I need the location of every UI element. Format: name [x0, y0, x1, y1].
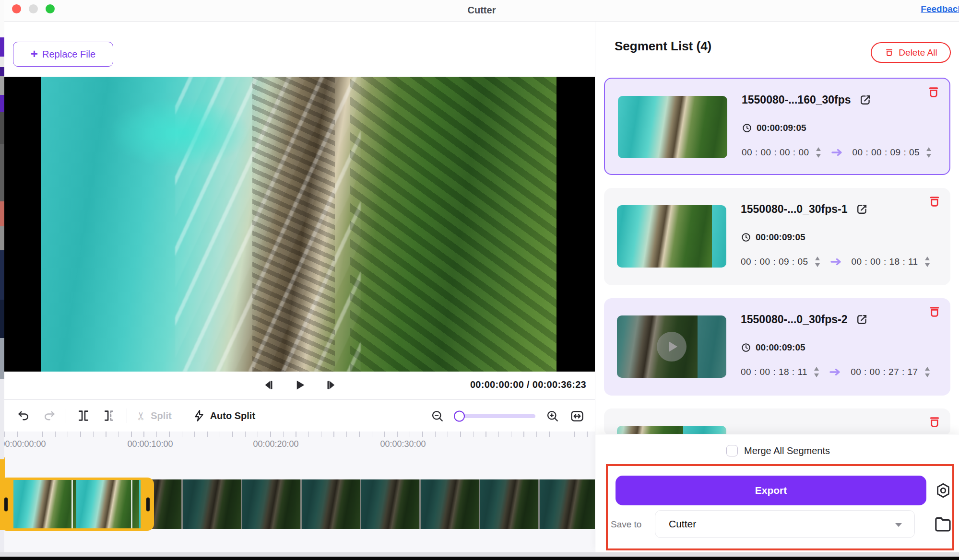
- timeline-tick-label: 00:00:20:00: [247, 439, 305, 449]
- segment-thumbnail[interactable]: [618, 96, 727, 158]
- export-button[interactable]: Export: [616, 476, 926, 505]
- zoom-out-button[interactable]: [431, 409, 444, 423]
- clock-icon: [741, 342, 751, 353]
- arrow-right-icon: [830, 148, 845, 157]
- fit-timeline-button[interactable]: [570, 409, 584, 423]
- segment-panel: Segment List (4) Delete All 1550080-...1…: [595, 22, 959, 552]
- segment-card-2[interactable]: 1550080-...0_30fps-1 00:00:09:05 00 : 00…: [604, 188, 950, 285]
- split-button[interactable]: ✂ Split: [137, 409, 172, 422]
- play-button[interactable]: [290, 375, 309, 395]
- segment-start-time: 00 : 00 : 18 : 11: [741, 367, 807, 377]
- editor-area: + Replace File 00:00:00:00 / 00:0: [4, 22, 595, 552]
- segment-name: 1550080-...160_30fps: [742, 93, 851, 106]
- rename-segment-button[interactable]: [855, 313, 869, 326]
- save-to-dropdown[interactable]: Cutter: [655, 510, 915, 538]
- segment-card-3[interactable]: 1550080-...0_30fps-2 00:00:09:05 00 : 00…: [604, 298, 950, 396]
- chevron-down-icon: [895, 523, 902, 527]
- window-bottom-edge: [0, 552, 959, 557]
- replace-file-label: Replace File: [42, 49, 95, 60]
- zoom-in-button[interactable]: [546, 409, 559, 423]
- rename-segment-button[interactable]: [859, 93, 872, 106]
- delete-segment-button[interactable]: [927, 304, 942, 319]
- delete-segment-button[interactable]: [927, 415, 942, 429]
- segment-duration: 00:00:09:05: [756, 342, 805, 353]
- playhead[interactable]: [4, 456, 5, 479]
- segment-selection[interactable]: [4, 478, 154, 531]
- delete-segment-button[interactable]: [927, 194, 942, 209]
- export-panel: Merge All Segments Export Save to Cutter: [595, 434, 959, 552]
- open-folder-button[interactable]: [933, 514, 952, 533]
- toolbar-divider: [127, 408, 127, 423]
- auto-split-button[interactable]: Auto Split: [193, 409, 255, 422]
- start-time-stepper[interactable]: [816, 147, 821, 158]
- timeline-ruler[interactable]: [4, 432, 595, 437]
- save-to-label: Save to: [611, 519, 641, 530]
- end-time-stepper[interactable]: [925, 257, 930, 267]
- video-rocks-texture: [252, 77, 335, 372]
- timecode-display: 00:00:00:00 / 00:00:36:23: [470, 379, 586, 390]
- toolbar-divider: [66, 408, 66, 423]
- segment-name: 1550080-...0_30fps-2: [741, 313, 848, 326]
- zoom-slider-thumb[interactable]: [454, 410, 465, 421]
- window-title: Cutter: [4, 5, 959, 16]
- video-forest-texture: [350, 77, 556, 372]
- segment-thumbnail[interactable]: [617, 315, 726, 378]
- segment-card-1[interactable]: 1550080-...160_30fps 00:00:09:05 00 : 00…: [604, 78, 950, 175]
- split-label: Split: [151, 410, 171, 421]
- segment-thumbnail[interactable]: [617, 205, 726, 268]
- replace-file-button[interactable]: + Replace File: [13, 42, 113, 67]
- merge-all-segments-checkbox[interactable]: [726, 445, 738, 456]
- video-frame: [41, 77, 556, 372]
- segment-end-time: 00 : 00 : 27 : 17: [851, 367, 918, 377]
- delete-all-label: Delete All: [899, 47, 937, 58]
- segment-start-time: 00 : 00 : 09 : 05: [741, 257, 808, 267]
- selection-left-handle[interactable]: [4, 497, 8, 511]
- delete-all-button[interactable]: Delete All: [871, 42, 951, 63]
- previous-frame-button[interactable]: [259, 375, 278, 395]
- timeline-tick-label: 00:00:00:00: [4, 439, 52, 449]
- trash-icon: [884, 47, 894, 58]
- timeline-tick-label: 00:00:10:00: [121, 439, 179, 449]
- background-window-sliver: [0, 0, 4, 560]
- arrow-right-icon: [829, 257, 844, 266]
- timeline[interactable]: 00:00:00:00 00:00:10:00 00:00:20:00 00:0…: [4, 432, 595, 552]
- scissors-icon: ✂: [135, 411, 148, 420]
- titlebar: Cutter Feedback: [4, 0, 959, 22]
- timeline-zoom-slider[interactable]: [455, 414, 535, 418]
- video-preview[interactable]: [4, 77, 595, 372]
- selection-right-handle[interactable]: [146, 497, 150, 511]
- filmstrip[interactable]: [4, 479, 595, 529]
- lightning-icon: [193, 409, 205, 422]
- redo-button[interactable]: [43, 409, 56, 422]
- playback-controls: 00:00:00:00 / 00:00:36:23: [4, 372, 595, 399]
- auto-split-label: Auto Split: [210, 410, 255, 421]
- play-overlay-icon[interactable]: [657, 332, 687, 362]
- start-time-stepper[interactable]: [815, 257, 820, 267]
- segment-name: 1550080-...0_30fps-1: [741, 203, 848, 216]
- segment-start-time: 00 : 00 : 00 : 00: [742, 147, 809, 158]
- segment-card-4[interactable]: [604, 408, 950, 436]
- segment-duration: 00:00:09:05: [757, 123, 806, 133]
- rename-segment-button[interactable]: [855, 202, 869, 216]
- end-time-stepper[interactable]: [926, 147, 931, 158]
- segment-end-time: 00 : 00 : 18 : 11: [852, 257, 918, 267]
- undo-button[interactable]: [17, 409, 30, 422]
- end-time-stepper[interactable]: [925, 367, 930, 377]
- merge-all-segments-label: Merge All Segments: [744, 445, 830, 456]
- delete-segment-button[interactable]: [926, 85, 941, 99]
- timeline-tick-label: 00:00:30:00: [374, 439, 432, 449]
- export-settings-icon[interactable]: [935, 482, 952, 499]
- segment-end-time: 00 : 00 : 09 : 05: [852, 147, 920, 158]
- arrow-right-icon: [829, 368, 843, 376]
- trim-start-button[interactable]: [76, 409, 91, 422]
- feedback-link[interactable]: Feedback: [921, 4, 959, 14]
- plus-icon: +: [31, 49, 38, 58]
- start-time-stepper[interactable]: [814, 367, 819, 377]
- next-frame-button[interactable]: [322, 375, 341, 395]
- segment-duration: 00:00:09:05: [756, 232, 805, 243]
- clock-icon: [741, 232, 751, 243]
- clock-icon: [742, 123, 752, 133]
- trim-end-button[interactable]: [102, 409, 117, 422]
- app-window: Cutter Feedback + Replace File: [4, 0, 959, 552]
- screen-bottom-strip: [0, 557, 959, 560]
